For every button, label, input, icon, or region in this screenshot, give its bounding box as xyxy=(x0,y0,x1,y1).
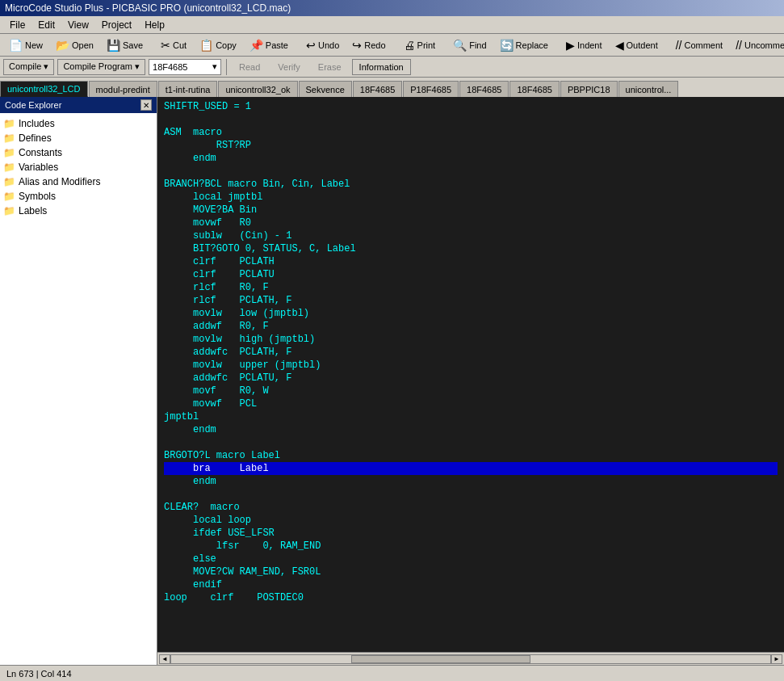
code-line: ifdef USE_LFSR xyxy=(164,527,778,540)
tab-sekvence[interactable]: Sekvence xyxy=(299,81,352,97)
undo-button[interactable]: ↩ Undo xyxy=(300,36,345,54)
read-button[interactable]: Read xyxy=(232,59,267,75)
code-line: local jmptbl xyxy=(164,191,778,204)
sidebar-title: Code Explorer xyxy=(5,100,61,110)
redo-button[interactable]: ↪ Redo xyxy=(346,36,391,54)
open-label: Open xyxy=(72,40,94,50)
code-line: sublw (Cin) - 1 xyxy=(164,229,778,242)
compile-button[interactable]: Compile ▾ xyxy=(3,59,54,75)
redo-label: Redo xyxy=(364,40,385,50)
tab-unicontroll32-ok[interactable]: unicontroll32_ok xyxy=(218,81,297,97)
sidebar-item-label: Variables xyxy=(19,162,58,173)
toolbar: 📄 New 📂 Open 💾 Save ✂ Cut 📋 Copy 📌 Paste… xyxy=(0,34,784,57)
tab-t1-int-rutina[interactable]: t1-int-rutina xyxy=(158,81,218,97)
code-line: ASM macro xyxy=(164,126,778,139)
title-bar: MicroCode Studio Plus - PICBASIC PRO (un… xyxy=(0,0,784,16)
sidebar-item-alias[interactable]: 📁 Alias and Modifiers xyxy=(0,174,157,189)
code-line: else xyxy=(164,553,778,565)
code-line: RST?RP xyxy=(164,139,778,152)
replace-button[interactable]: 🔄 Replace xyxy=(494,36,554,54)
scroll-left-button[interactable]: ◀ xyxy=(159,654,170,664)
scroll-track[interactable] xyxy=(170,654,771,664)
folder-icon: 📁 xyxy=(3,191,15,202)
code-line: clrf PCLATU xyxy=(164,268,778,281)
scroll-right-button[interactable]: ▶ xyxy=(771,654,782,664)
code-line: BIT?GOTO 0, STATUS, C, Label xyxy=(164,242,778,255)
cut-icon: ✂ xyxy=(161,39,170,52)
sidebar-item-includes[interactable]: 📁 Includes xyxy=(0,116,157,131)
indent-icon: ▶ xyxy=(566,39,575,52)
code-line: BRANCH?BCL macro Bin, Cin, Label xyxy=(164,178,778,191)
sidebar-item-variables[interactable]: 📁 Variables xyxy=(0,160,157,174)
sidebar-header: Code Explorer ✕ xyxy=(0,97,157,113)
code-line: endm xyxy=(164,475,778,488)
scroll-thumb[interactable] xyxy=(351,655,531,663)
save-button[interactable]: 💾 Save xyxy=(101,36,149,54)
toolbar2: Compile ▾ Compile Program ▾ 18F4685 ▾ Re… xyxy=(0,57,784,78)
code-line: movwf PCL xyxy=(164,397,778,410)
tab-p18f4685[interactable]: P18F4685 xyxy=(403,81,459,97)
save-label: Save xyxy=(123,40,143,50)
verify-button[interactable]: Verify xyxy=(270,59,308,75)
paste-button[interactable]: 📌 Paste xyxy=(244,36,294,54)
sidebar-item-label: Includes xyxy=(19,118,55,129)
code-line: BRGOTO?L macro Label xyxy=(164,449,778,462)
chip-dropdown[interactable]: 18F4685 ▾ xyxy=(149,59,221,75)
compile-label: Compile ▾ xyxy=(9,61,48,72)
tab-18f4685-3[interactable]: 18F4685 xyxy=(509,81,559,97)
find-button[interactable]: 🔍 Find xyxy=(447,36,492,54)
tab-modul-predint[interactable]: modul-predint xyxy=(89,81,157,97)
code-line: movlw high (jmptbl) xyxy=(164,333,778,346)
tab-18f4685-1[interactable]: 18F4685 xyxy=(353,81,402,97)
outdent-button[interactable]: ◀ Outdent xyxy=(610,36,664,54)
cut-button[interactable]: ✂ Cut xyxy=(155,36,192,54)
replace-icon: 🔄 xyxy=(500,39,514,52)
horizontal-scrollbar[interactable]: ◀ ▶ xyxy=(157,652,784,665)
open-button[interactable]: 📂 Open xyxy=(50,36,99,54)
sidebar-close-button[interactable]: ✕ xyxy=(140,99,152,111)
sidebar-item-defines[interactable]: 📁 Defines xyxy=(0,131,157,145)
menu-help[interactable]: Help xyxy=(138,18,171,32)
sidebar-item-labels[interactable]: 📁 Labels xyxy=(0,204,157,218)
status-text: Ln 673 | Col 414 xyxy=(6,669,72,679)
menu-edit[interactable]: Edit xyxy=(31,18,61,32)
folder-icon: 📁 xyxy=(3,205,15,216)
print-button[interactable]: 🖨 Print xyxy=(398,36,442,54)
open-icon: 📂 xyxy=(56,39,69,52)
undo-icon: ↩ xyxy=(306,39,316,52)
information-button[interactable]: Information xyxy=(352,59,411,75)
undo-label: Undo xyxy=(318,40,339,50)
compile-program-button[interactable]: Compile Program ▾ xyxy=(57,59,145,75)
new-button[interactable]: 📄 New xyxy=(3,36,48,54)
erase-label: Erase xyxy=(318,62,342,72)
code-editor[interactable]: SHIFTR_USED = 1 ASM macro RST?RP endm BR… xyxy=(157,97,784,652)
menu-project[interactable]: Project xyxy=(95,18,138,32)
tab-unicontroll32-lcd[interactable]: unicontroll32_LCD xyxy=(0,81,88,97)
code-line: endm xyxy=(164,152,778,165)
tab-pbppic18[interactable]: PBPPIC18 xyxy=(560,81,618,97)
status-bar: Ln 673 | Col 414 xyxy=(0,665,784,681)
menu-bar: File Edit View Project Help xyxy=(0,16,784,34)
code-line: clrf PCLATH xyxy=(164,255,778,268)
tab-18f4685-2[interactable]: 18F4685 xyxy=(459,81,509,97)
comment-button[interactable]: // Comment xyxy=(670,36,728,54)
tab-unicontrol-extra[interactable]: unicontrol... xyxy=(618,81,679,97)
code-line: SHIFTR_USED = 1 xyxy=(164,100,778,113)
sidebar-item-symbols[interactable]: 📁 Symbols xyxy=(0,189,157,204)
replace-label: Replace xyxy=(516,40,548,50)
menu-view[interactable]: View xyxy=(61,18,95,32)
erase-button[interactable]: Erase xyxy=(311,59,349,75)
code-line xyxy=(164,113,778,126)
print-label: Print xyxy=(417,40,436,50)
chip-value: 18F4685 xyxy=(153,62,187,72)
copy-button[interactable]: 📋 Copy xyxy=(194,36,242,54)
code-line-highlighted: bra Label xyxy=(164,462,778,475)
menu-file[interactable]: File xyxy=(3,18,31,32)
folder-icon: 📁 xyxy=(3,176,15,187)
uncomment-button[interactable]: // Uncomment xyxy=(730,36,784,54)
sidebar-item-constants[interactable]: 📁 Constants xyxy=(0,145,157,160)
new-label: New xyxy=(25,40,43,50)
indent-button[interactable]: ▶ Indent xyxy=(560,36,608,54)
code-line: rlcf R0, F xyxy=(164,281,778,294)
copy-label: Copy xyxy=(216,40,237,50)
